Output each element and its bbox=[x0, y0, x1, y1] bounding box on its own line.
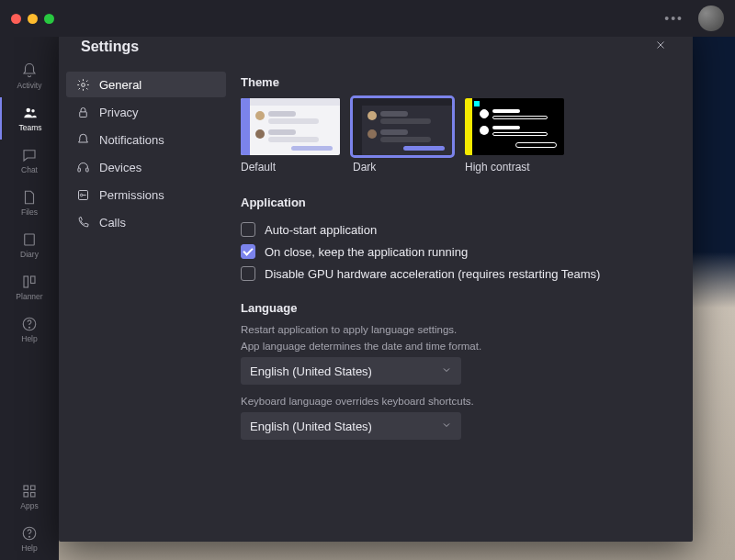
gear-icon bbox=[75, 77, 90, 92]
theme-high-contrast[interactable]: High contrast bbox=[465, 98, 564, 174]
settings-content: Theme Default bbox=[233, 68, 693, 542]
rail-item-planner[interactable]: Planner bbox=[0, 266, 59, 308]
settings-nav-permissions[interactable]: Permissions bbox=[66, 182, 226, 207]
rail-label-help-mid: Help bbox=[21, 334, 37, 343]
svg-rect-16 bbox=[85, 168, 88, 172]
svg-rect-3 bbox=[24, 276, 28, 287]
rail-label-files: Files bbox=[21, 207, 38, 217]
svg-point-12 bbox=[29, 536, 30, 537]
window-traffic-lights bbox=[11, 14, 54, 24]
rail-label-activity: Activity bbox=[17, 81, 42, 90]
rail-item-diary[interactable]: Diary bbox=[0, 224, 59, 266]
settings-nav-label: Devices bbox=[99, 161, 141, 174]
close-icon[interactable] bbox=[654, 39, 671, 55]
checkbox-icon bbox=[241, 222, 255, 237]
theme-dark[interactable]: Dark bbox=[353, 98, 452, 174]
chat-icon bbox=[21, 147, 38, 163]
settings-nav-label: Permissions bbox=[99, 188, 164, 202]
svg-rect-14 bbox=[79, 111, 86, 117]
rail-item-help[interactable]: Help bbox=[0, 518, 59, 560]
lock-icon bbox=[75, 105, 90, 119]
rail-item-files[interactable]: Files bbox=[0, 182, 59, 224]
language-heading: Language bbox=[241, 301, 671, 315]
rail-label-diary: Diary bbox=[20, 250, 39, 259]
svg-point-6 bbox=[29, 327, 30, 328]
settings-nav: General Privacy Notifications Devices Pe… bbox=[59, 68, 233, 542]
theme-default[interactable]: Default bbox=[241, 98, 340, 174]
svg-rect-10 bbox=[31, 493, 36, 498]
rail-label-teams: Teams bbox=[18, 123, 41, 132]
minimize-window-button[interactable] bbox=[28, 14, 38, 24]
rail-label-planner: Planner bbox=[16, 292, 42, 301]
checkbox-label: On close, keep the application running bbox=[265, 245, 468, 259]
settings-nav-label: Privacy bbox=[99, 106, 139, 119]
settings-nav-label: Notifications bbox=[99, 133, 164, 147]
select-value: English (United States) bbox=[250, 420, 372, 433]
app-icon bbox=[21, 231, 38, 248]
svg-rect-7 bbox=[24, 486, 28, 490]
checkbox-keep-running[interactable]: On close, keep the application running bbox=[241, 241, 671, 263]
theme-options: Default Dark bbox=[241, 98, 671, 174]
bell-icon bbox=[75, 132, 90, 147]
checkbox-disable-gpu[interactable]: Disable GPU hardware acceleration (requi… bbox=[241, 263, 671, 285]
checkbox-icon bbox=[241, 266, 255, 281]
theme-label-high-contrast: High contrast bbox=[465, 161, 564, 174]
checkbox-icon bbox=[241, 244, 255, 259]
svg-rect-8 bbox=[31, 486, 36, 490]
apps-icon bbox=[21, 483, 38, 499]
settings-title: Settings bbox=[81, 39, 139, 55]
svg-point-1 bbox=[31, 109, 34, 112]
checkbox-label: Disable GPU hardware acceleration (requi… bbox=[265, 267, 600, 281]
settings-nav-privacy[interactable]: Privacy bbox=[66, 99, 226, 125]
files-icon bbox=[21, 189, 38, 206]
svg-point-0 bbox=[27, 108, 31, 113]
app-rail: Activity Teams Chat Files Diary Planner … bbox=[0, 18, 59, 560]
rail-label-apps: Apps bbox=[20, 501, 38, 510]
select-value: English (United States) bbox=[250, 364, 372, 378]
headset-icon bbox=[75, 160, 90, 174]
settings-nav-label: Calls bbox=[99, 216, 126, 230]
chevron-down-icon bbox=[441, 420, 452, 433]
svg-point-18 bbox=[80, 194, 83, 196]
chevron-down-icon bbox=[441, 364, 452, 378]
phone-icon bbox=[75, 215, 90, 230]
help-icon bbox=[21, 316, 38, 332]
settings-nav-general[interactable]: General bbox=[66, 72, 226, 97]
checkbox-auto-start[interactable]: Auto-start application bbox=[241, 218, 671, 241]
language-restart-hint: Restart application to apply language se… bbox=[241, 324, 671, 335]
overflow-menu-button[interactable]: ••• bbox=[664, 11, 684, 26]
keyboard-language-hint: Keyboard language overrides keyboard sho… bbox=[241, 396, 671, 407]
settings-nav-devices[interactable]: Devices bbox=[66, 154, 226, 180]
people-icon bbox=[22, 105, 39, 121]
help-icon bbox=[21, 525, 38, 542]
board-icon bbox=[21, 274, 38, 290]
key-icon bbox=[75, 187, 90, 202]
user-avatar[interactable] bbox=[698, 6, 724, 31]
rail-item-chat[interactable]: Chat bbox=[0, 140, 59, 182]
theme-label-dark: Dark bbox=[353, 161, 452, 174]
theme-label-default: Default bbox=[241, 161, 340, 174]
titlebar: ••• bbox=[0, 0, 735, 37]
theme-heading: Theme bbox=[241, 75, 671, 89]
rail-item-activity[interactable]: Activity bbox=[0, 55, 59, 97]
svg-rect-15 bbox=[77, 168, 80, 172]
settings-modal: Settings General Privacy Notifications D… bbox=[59, 22, 693, 542]
settings-nav-notifications[interactable]: Notifications bbox=[66, 127, 226, 152]
svg-rect-9 bbox=[24, 493, 28, 498]
settings-nav-label: General bbox=[99, 78, 141, 92]
rail-label-help: Help bbox=[21, 543, 37, 553]
close-window-button[interactable] bbox=[11, 14, 21, 24]
app-language-select[interactable]: English (United States) bbox=[241, 357, 461, 385]
rail-item-help-mid[interactable]: Help bbox=[0, 308, 59, 351]
svg-point-13 bbox=[81, 83, 85, 86]
bell-icon bbox=[21, 62, 38, 79]
keyboard-language-select[interactable]: English (United States) bbox=[241, 412, 461, 440]
rail-item-apps[interactable]: Apps bbox=[0, 476, 59, 518]
application-heading: Application bbox=[241, 196, 671, 209]
rail-item-teams[interactable]: Teams bbox=[0, 97, 59, 140]
settings-nav-calls[interactable]: Calls bbox=[66, 209, 226, 235]
checkbox-label: Auto-start application bbox=[265, 223, 377, 237]
app-language-hint: App language determines the date and tim… bbox=[241, 341, 671, 352]
svg-rect-2 bbox=[25, 234, 35, 245]
maximize-window-button[interactable] bbox=[44, 14, 54, 24]
